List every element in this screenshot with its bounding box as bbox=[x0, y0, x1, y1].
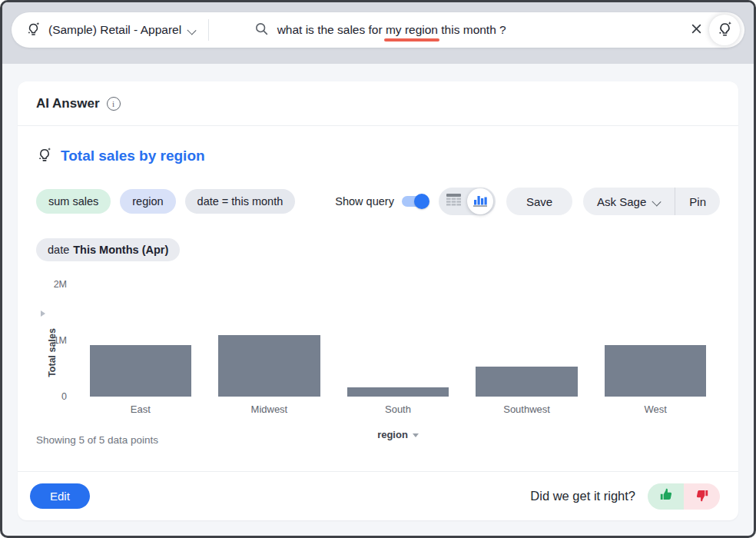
save-button[interactable]: Save bbox=[506, 188, 572, 215]
chevron-down-icon bbox=[653, 198, 661, 205]
view-switcher bbox=[439, 188, 496, 215]
card-footer: Edit Did we get it right? bbox=[18, 471, 738, 520]
search-input[interactable]: what is the sales for my region this mon… bbox=[220, 8, 683, 53]
close-icon bbox=[691, 23, 702, 37]
bar-column bbox=[463, 284, 592, 397]
answer-title: Total sales by region bbox=[61, 148, 205, 164]
ask-sage-dropdown[interactable]: Ask Sage bbox=[583, 188, 675, 215]
searchbar-divider bbox=[208, 19, 209, 41]
info-icon[interactable]: i bbox=[107, 97, 121, 111]
bar-east[interactable] bbox=[90, 345, 191, 397]
bar-column bbox=[205, 284, 334, 397]
x-axis-title[interactable]: region bbox=[76, 429, 720, 440]
query-text: what is the sales for my region this mon… bbox=[277, 23, 506, 37]
sage-pin-group: Ask Sage Pin bbox=[583, 188, 720, 215]
filter-chip-prefix: date bbox=[48, 244, 69, 256]
bar-column bbox=[333, 284, 463, 397]
edit-button[interactable]: Edit bbox=[30, 483, 90, 509]
pin-button[interactable]: Pin bbox=[675, 188, 720, 215]
ai-answer-card: AI Answer i Total sales by region bbox=[18, 81, 738, 520]
content-area: AI Answer i Total sales by region bbox=[2, 64, 754, 520]
bar-column bbox=[76, 284, 205, 397]
caret-down-icon bbox=[413, 433, 419, 437]
token-attribute[interactable]: region bbox=[120, 189, 175, 214]
token-measure[interactable]: sum sales bbox=[36, 189, 111, 214]
datasource-label: (Sample) Retail - Apparel bbox=[48, 23, 181, 37]
thumbs-down-icon bbox=[695, 488, 709, 505]
bar-midwest[interactable] bbox=[218, 335, 320, 397]
bar-chart: Total sales 2M1M0 EastMidwestSouthSouthw… bbox=[36, 284, 720, 440]
chart-plot bbox=[76, 284, 720, 397]
search-bar: (Sample) Retail - Apparel what is the sa… bbox=[12, 12, 744, 48]
date-filter-chip[interactable]: date This Months (Apr) bbox=[36, 238, 180, 261]
sage-icon bbox=[25, 21, 41, 40]
y-tick-label: 0 bbox=[61, 391, 67, 402]
table-view-button[interactable] bbox=[441, 188, 467, 214]
y-axis-arrow-icon bbox=[41, 311, 45, 317]
chart-view-button[interactable] bbox=[467, 188, 493, 214]
show-query-toggle[interactable] bbox=[402, 196, 428, 207]
toggle-knob bbox=[414, 194, 429, 209]
table-icon bbox=[446, 194, 461, 209]
search-icon bbox=[220, 8, 268, 53]
ask-sage-button[interactable] bbox=[709, 15, 740, 45]
x-tick-label: South bbox=[333, 404, 463, 415]
y-tick-label: 2M bbox=[54, 279, 67, 290]
bar-column bbox=[591, 284, 720, 397]
answer-toolbar: Show query bbox=[335, 188, 720, 215]
query-highlighted-term[interactable]: my region bbox=[386, 23, 438, 36]
feedback-area: Did we get it right? bbox=[530, 483, 720, 510]
sage-icon bbox=[36, 146, 53, 166]
bar-southwest[interactable] bbox=[476, 367, 577, 397]
bar-south[interactable] bbox=[347, 387, 449, 397]
answer-section: Total sales by region sum sales region d… bbox=[18, 126, 738, 471]
answer-title-row: Total sales by region bbox=[36, 146, 720, 166]
x-tick-label: Southwest bbox=[463, 404, 592, 415]
y-tick-label: 1M bbox=[54, 335, 67, 346]
thumbs-down-button[interactable] bbox=[684, 483, 720, 510]
x-tick-label: East bbox=[76, 404, 205, 415]
datasource-selector[interactable]: (Sample) Retail - Apparel bbox=[25, 21, 207, 40]
app-window: (Sample) Retail - Apparel what is the sa… bbox=[0, 0, 756, 538]
sage-icon bbox=[716, 20, 734, 41]
y-axis: Total sales 2M1M0 bbox=[36, 284, 70, 397]
chart-x-labels: EastMidwestSouthSouthwestWest bbox=[76, 404, 720, 415]
controls-row: sum sales region date = this month Show … bbox=[36, 188, 720, 215]
show-query-control: Show query bbox=[335, 195, 428, 208]
show-query-label: Show query bbox=[335, 195, 394, 208]
query-tokens: sum sales region date = this month bbox=[36, 189, 295, 214]
feedback-buttons bbox=[648, 483, 720, 510]
filter-chip-row: date This Months (Apr) bbox=[36, 238, 720, 261]
x-tick-label: Midwest bbox=[205, 404, 334, 415]
token-filter[interactable]: date = this month bbox=[185, 189, 296, 214]
card-header: AI Answer i bbox=[18, 81, 738, 126]
clear-search-button[interactable] bbox=[683, 17, 709, 43]
feedback-label: Did we get it right? bbox=[530, 489, 635, 503]
bar-west[interactable] bbox=[605, 345, 706, 397]
topbar: (Sample) Retail - Apparel what is the sa… bbox=[2, 2, 754, 64]
filter-chip-value: This Months (Apr) bbox=[73, 244, 168, 256]
thumbs-up-icon bbox=[659, 488, 673, 505]
bar-chart-icon bbox=[473, 194, 487, 210]
thumbs-up-button[interactable] bbox=[648, 483, 684, 510]
chevron-down-icon bbox=[188, 26, 196, 34]
card-title: AI Answer bbox=[36, 96, 100, 111]
y-axis-ticks: 2M1M0 bbox=[47, 284, 67, 397]
x-tick-label: West bbox=[591, 404, 720, 415]
